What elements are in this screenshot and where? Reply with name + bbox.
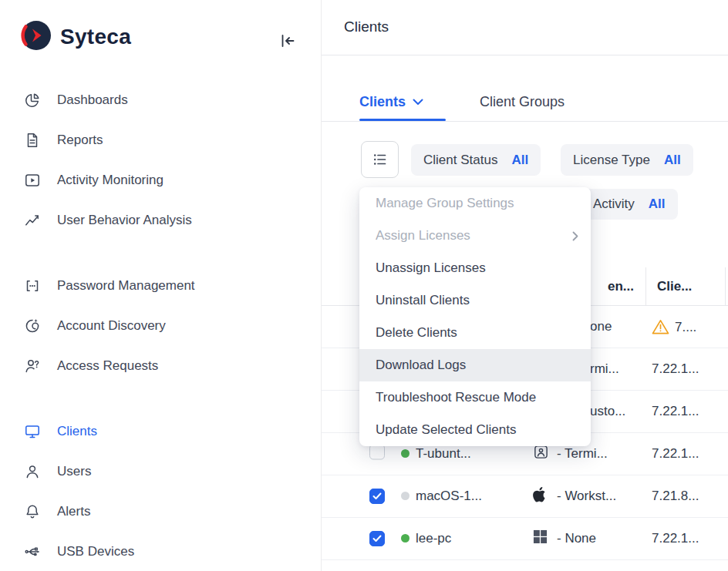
- sidebar-item-label: Dashboards: [57, 92, 128, 108]
- menu-item-label: Assign Licenses: [376, 228, 470, 244]
- sidebar-item-access-requests[interactable]: Access Requests: [0, 346, 321, 386]
- sidebar-item-clients[interactable]: Clients: [0, 411, 321, 452]
- user-behavior-icon: [23, 211, 42, 230]
- client-version-text: 7....: [675, 319, 696, 334]
- dashboards-icon: [23, 91, 42, 109]
- column-header-client-version: Clie...: [657, 279, 692, 294]
- client-version-cell: 7....: [652, 319, 696, 335]
- table-row[interactable]: lee-pc - None 7.22.1...: [322, 518, 728, 560]
- reports-icon: [23, 131, 42, 149]
- client-type-cell: one: [590, 319, 612, 334]
- access-requests-icon: [23, 357, 42, 375]
- filter-label: License Type: [573, 153, 650, 168]
- status-online-dot: [401, 449, 410, 458]
- sidebar-item-account-discovery[interactable]: Account Discovery: [0, 306, 321, 346]
- password-management-icon: [23, 277, 42, 295]
- sidebar: Syteca Dashboards Reports: [0, 0, 322, 571]
- menu-item-download-logs[interactable]: Download Logs: [359, 349, 591, 381]
- check-icon: [372, 535, 382, 542]
- filter-value: All: [649, 196, 666, 212]
- filter-value: All: [664, 153, 681, 168]
- menu-item-update-selected-clients[interactable]: Update Selected Clients: [359, 414, 591, 446]
- client-type-cell: usto...: [590, 404, 625, 419]
- tab-clients[interactable]: Clients: [359, 94, 423, 110]
- sidebar-item-dashboards[interactable]: Dashboards: [0, 80, 321, 120]
- logo-text: Syteca: [60, 25, 131, 49]
- filter-value: All: [511, 153, 528, 168]
- client-name-cell: macOS-1...: [416, 489, 482, 504]
- menu-item-manage-group-settings: Manage Group Settings: [359, 187, 591, 220]
- tab-clients-label: Clients: [359, 94, 406, 110]
- chevron-right-icon: [572, 231, 578, 241]
- menu-item-unassign-licenses[interactable]: Unassign Licenses: [359, 252, 591, 284]
- column-divider: [725, 267, 726, 306]
- sidebar-item-label: Access Requests: [57, 358, 158, 374]
- column-divider: [645, 267, 646, 306]
- menu-item-uninstall-clients[interactable]: Uninstall Clients: [359, 284, 591, 317]
- client-version-cell: 7.21.8...: [652, 489, 699, 504]
- tab-client-groups[interactable]: Client Groups: [480, 94, 565, 110]
- sidebar-item-reports[interactable]: Reports: [0, 120, 321, 160]
- row-checkbox[interactable]: [369, 531, 385, 546]
- sidebar-item-label: Account Discovery: [57, 318, 166, 334]
- client-version-cell: 7.22.1...: [652, 446, 699, 462]
- alerts-icon: [23, 502, 42, 521]
- client-version-cell: 7.22.1...: [652, 531, 699, 546]
- client-type-cell: - Workst...: [557, 489, 616, 504]
- filter-activity[interactable]: Activity All: [581, 189, 678, 220]
- client-name-cell: lee-pc: [416, 531, 451, 546]
- menu-item-assign-licenses: Assign Licenses: [359, 220, 591, 252]
- page-title: Clients: [344, 18, 389, 35]
- check-icon: [372, 492, 382, 500]
- sidebar-item-users[interactable]: Users: [0, 452, 321, 492]
- clients-icon: [23, 422, 42, 441]
- sidebar-item-label: USB Devices: [57, 544, 134, 559]
- header-divider: [322, 55, 728, 55]
- collapse-sidebar-button[interactable]: [278, 31, 298, 51]
- status-online-dot: [401, 534, 410, 542]
- app-window: Syteca Dashboards Reports: [0, 0, 728, 571]
- chevron-down-icon: [413, 99, 423, 106]
- active-tab-indicator: [359, 119, 446, 121]
- main-content: Clients Clients Client Groups Client Sta…: [322, 0, 728, 571]
- client-version-text: 7.21.8...: [652, 489, 699, 504]
- sidebar-item-label: Reports: [57, 133, 103, 148]
- row-checkbox[interactable]: [369, 445, 385, 460]
- status-offline-dot: [401, 492, 410, 500]
- bulk-actions-button[interactable]: [361, 141, 399, 178]
- bulk-actions-menu: Manage Group Settings Assign Licenses Un…: [359, 187, 591, 446]
- filter-license-type[interactable]: License Type All: [561, 144, 693, 176]
- client-version-text: 7.22.1...: [652, 361, 699, 377]
- sidebar-item-label: User Behavior Analysis: [57, 213, 192, 228]
- activity-monitoring-icon: [23, 171, 42, 190]
- collapse-arrow-icon: [279, 32, 296, 49]
- sidebar-item-usb-devices[interactable]: USB Devices: [0, 532, 321, 571]
- sidebar-item-alerts[interactable]: Alerts: [0, 492, 321, 532]
- filter-label: Activity: [593, 196, 635, 212]
- menu-item-delete-clients[interactable]: Delete Clients: [359, 317, 591, 349]
- column-header: en...: [608, 279, 634, 294]
- sidebar-item-label: Clients: [57, 424, 97, 439]
- table-row[interactable]: macOS-1... - Workst... 7.21.8...: [322, 475, 728, 518]
- logo: Syteca: [21, 20, 131, 54]
- client-version-text: 7.22.1...: [652, 531, 699, 546]
- sidebar-item-activity-monitoring[interactable]: Activity Monitoring: [0, 160, 321, 200]
- list-icon: [372, 151, 389, 168]
- users-icon: [23, 462, 42, 481]
- sidebar-item-user-behavior-analysis[interactable]: User Behavior Analysis: [0, 200, 321, 240]
- sidebar-item-password-management[interactable]: Password Management: [0, 266, 321, 306]
- apple-os-icon: [533, 486, 547, 506]
- client-type-cell: - None: [557, 531, 596, 546]
- filter-client-status[interactable]: Client Status All: [411, 144, 541, 176]
- menu-item-troubleshoot-rescue-mode[interactable]: Troubleshoot Rescue Mode: [359, 381, 591, 414]
- client-type-cell: rmi...: [590, 361, 619, 377]
- sidebar-item-label: Activity Monitoring: [57, 173, 163, 188]
- linux-os-icon: [533, 444, 549, 464]
- usb-devices-icon: [23, 542, 42, 561]
- row-checkbox[interactable]: [369, 489, 385, 504]
- client-version-cell: 7.22.1...: [652, 361, 699, 377]
- client-version-text: 7.22.1...: [652, 404, 699, 419]
- tabs-divider: [322, 121, 728, 122]
- account-discovery-icon: [23, 317, 42, 335]
- warning-icon: [652, 319, 669, 335]
